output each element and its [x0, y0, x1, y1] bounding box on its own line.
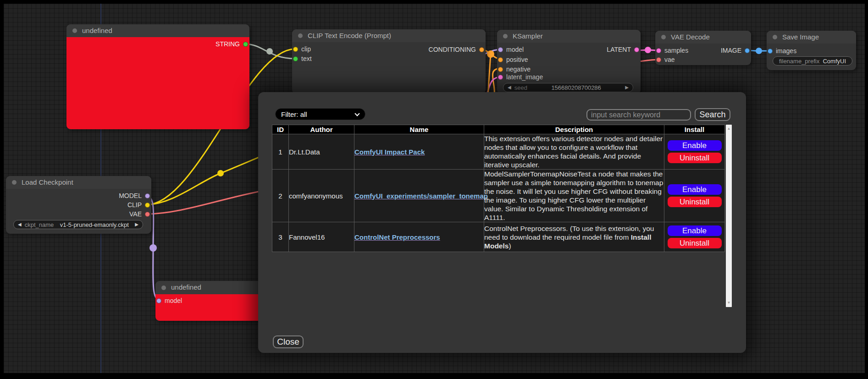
scrollbar[interactable]: ▲ ▼: [726, 125, 732, 307]
input-slot-text[interactable]: text: [293, 54, 312, 63]
ckpt-name-widget[interactable]: ◀ ckpt_name v1-5-pruned-emaonly.ckpt ▶: [13, 220, 143, 229]
ckpt-next-icon[interactable]: ▶: [135, 222, 138, 227]
uninstall-button[interactable]: Uninstall: [668, 153, 722, 163]
node-load-checkpoint[interactable]: Load Checkpoint MODEL CLIP VAE ◀ ckpt_na…: [6, 176, 151, 234]
output-dot-latent[interactable]: [634, 47, 639, 52]
collapse-dot-icon[interactable]: [72, 28, 77, 33]
input-slot-images[interactable]: images: [768, 46, 796, 55]
extension-link[interactable]: ComfyUI_experiments/sampler_tonemap: [354, 192, 488, 200]
slot-label: images: [776, 47, 796, 55]
slot-label: VAE: [129, 210, 142, 218]
output-dot-conditioning[interactable]: [479, 47, 484, 52]
node-title: Save Image: [782, 33, 819, 41]
input-slot-model[interactable]: model: [156, 296, 182, 305]
input-slot-clip[interactable]: clip: [293, 44, 311, 54]
input-dot-samples[interactable]: [656, 48, 661, 53]
output-dot-clip[interactable]: [145, 203, 150, 208]
comfyui-app: undefined STRING CLIP Text Encode (Promp…: [0, 0, 868, 379]
cell-id: 3: [272, 222, 289, 252]
enable-button[interactable]: Enable: [668, 184, 722, 195]
scroll-down-icon[interactable]: ▼: [726, 301, 732, 305]
collapse-dot-icon[interactable]: [298, 33, 303, 38]
collapse-dot-icon[interactable]: [773, 35, 777, 39]
node-vae-decode[interactable]: VAE Decode samples vae IMAGE: [655, 31, 751, 65]
input-slot-samples[interactable]: samples: [656, 46, 688, 55]
scroll-up-icon[interactable]: ▲: [726, 127, 732, 131]
cell-description: ControlNet Preprocessors. (To use this e…: [484, 222, 664, 252]
search-input[interactable]: [586, 109, 691, 121]
input-slot-positive[interactable]: positive: [498, 55, 528, 64]
input-dot-model[interactable]: [156, 298, 161, 303]
cell-author: comfyanonymous: [289, 170, 354, 222]
widget-label: ckpt_name: [25, 221, 54, 228]
node-title: VAE Decode: [671, 33, 710, 41]
output-dot-model[interactable]: [145, 193, 150, 198]
slot-label: text: [301, 55, 312, 62]
collapse-dot-icon[interactable]: [161, 286, 166, 290]
filter-select[interactable]: Filter: all: [275, 108, 365, 120]
output-slot-conditioning[interactable]: CONDITIONING: [429, 45, 484, 54]
input-slot-vae[interactable]: vae: [656, 55, 675, 64]
enable-button[interactable]: Enable: [668, 140, 722, 151]
description-text: ModelSamplerTonemapNoiseTest a node that…: [484, 170, 663, 221]
manager-dialog: Filter: all Search ID Author Name Descri…: [258, 92, 746, 353]
widget-value: v1-5-pruned-emaonly.ckpt: [60, 221, 129, 228]
output-dot-vae[interactable]: [145, 212, 150, 217]
input-dot-text[interactable]: [293, 56, 298, 61]
output-slot-model[interactable]: MODEL: [119, 191, 150, 200]
input-dot-negative[interactable]: [498, 67, 503, 72]
input-dot-latent-image[interactable]: [498, 75, 503, 80]
node-title-bar[interactable]: undefined: [66, 24, 249, 37]
input-dot-vae[interactable]: [656, 57, 661, 62]
node-title-bar[interactable]: Load Checkpoint: [6, 176, 151, 189]
collapse-dot-icon[interactable]: [661, 35, 666, 39]
input-dot-clip[interactable]: [293, 47, 298, 52]
close-button[interactable]: Close: [273, 335, 304, 348]
ckpt-prev-icon[interactable]: ◀: [18, 222, 22, 227]
node-title-bar[interactable]: CLIP Text Encode (Prompt): [292, 29, 486, 42]
uninstall-button[interactable]: Uninstall: [668, 197, 722, 207]
search-button[interactable]: Search: [695, 108, 730, 121]
input-dot-positive[interactable]: [498, 57, 503, 62]
slot-label: model: [165, 297, 182, 304]
extension-link[interactable]: ComfyUI Impact Pack: [354, 148, 425, 156]
node-title-bar[interactable]: Save Image: [767, 31, 856, 44]
output-dot-string[interactable]: [243, 42, 248, 47]
input-slot-model[interactable]: model: [498, 45, 524, 54]
col-header-install: Install: [664, 125, 725, 134]
collapse-dot-icon[interactable]: [503, 34, 508, 38]
input-dot-images[interactable]: [768, 49, 773, 54]
collapse-dot-icon[interactable]: [12, 180, 17, 185]
output-slot-string[interactable]: STRING: [216, 39, 248, 49]
seed-widget[interactable]: ◀ seed 156680208700286 ▶: [503, 83, 633, 92]
slot-label: vae: [664, 56, 675, 63]
output-slot-vae[interactable]: VAE: [129, 209, 150, 219]
node-save-image[interactable]: Save Image images filename_prefix ComfyU…: [767, 31, 856, 70]
node-ksampler[interactable]: KSampler model positive negative latent_…: [497, 30, 641, 94]
input-dot-model[interactable]: [498, 47, 503, 52]
output-slot-latent[interactable]: LATENT: [607, 45, 639, 54]
filename-prefix-widget[interactable]: filename_prefix ComfyUI: [773, 56, 852, 66]
seed-label: seed: [514, 84, 527, 91]
cell-author: Dr.Lt.Data: [289, 134, 354, 170]
seed-decrement-icon[interactable]: ◀: [508, 85, 511, 90]
node-title-bar[interactable]: VAE Decode: [655, 31, 751, 44]
table-row: 2 comfyanonymous ComfyUI_experiments/sam…: [272, 170, 725, 222]
extension-link[interactable]: ControlNet Preprocessors: [354, 233, 440, 241]
cell-author: Fannovel16: [289, 222, 354, 252]
node-title-bar[interactable]: KSampler: [497, 30, 641, 43]
output-dot-image[interactable]: [745, 48, 750, 53]
cell-description: This extension offers various detector n…: [484, 134, 664, 170]
seed-increment-icon[interactable]: ▶: [625, 85, 629, 90]
node-title: undefined: [82, 27, 112, 34]
node-clip-text-encode[interactable]: CLIP Text Encode (Prompt) clip text COND…: [292, 29, 486, 94]
input-slot-latent-image[interactable]: latent_image: [498, 72, 543, 82]
slot-label: IMAGE: [721, 47, 741, 54]
output-slot-clip[interactable]: CLIP: [127, 200, 150, 209]
node-undefined-top[interactable]: undefined STRING: [66, 24, 249, 129]
enable-button[interactable]: Enable: [668, 225, 722, 236]
uninstall-button[interactable]: Uninstall: [668, 238, 722, 248]
output-slot-image[interactable]: IMAGE: [721, 46, 750, 55]
slot-label: negative: [506, 66, 531, 73]
node-title: Load Checkpoint: [22, 178, 73, 186]
